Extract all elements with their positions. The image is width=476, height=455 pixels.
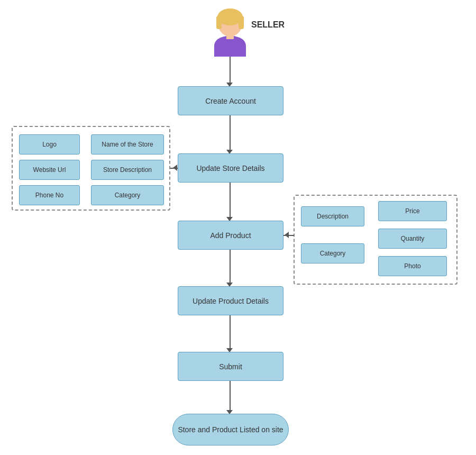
quantity-box: Quantity [378,229,447,249]
arrow-store-details [173,165,177,171]
connector-store-product [230,183,231,219]
update-product-label: Update Product Details [193,297,269,305]
store-description-label: Store Description [103,166,152,174]
add-product-box: Add Product [178,221,283,250]
connector-product-update [230,250,231,284]
price-box: Price [378,201,447,221]
update-product-box: Update Product Details [178,286,283,315]
submit-box: Submit [178,352,283,381]
price-label: Price [405,207,419,215]
store-name-box: Name of the Store [91,134,164,154]
create-account-box: Create Account [178,86,283,115]
logo-box: Logo [19,134,80,154]
website-url-label: Website Url [33,166,66,174]
add-product-label: Add Product [210,231,251,240]
photo-label: Photo [404,262,420,270]
arrow-product-details [285,232,289,238]
website-url-box: Website Url [19,160,80,180]
description-label: Description [317,213,349,220]
update-store-box: Update Store Details [178,153,283,183]
flowchart: SELLER Create Account Update Store Detai… [0,0,476,455]
seller-label: SELLER [251,20,285,30]
description-box: Description [301,206,364,226]
submit-label: Submit [219,362,242,371]
connector-submit-final [230,381,231,412]
store-description-box: Store Description [91,160,164,180]
create-account-label: Create Account [205,97,256,105]
logo-label: Logo [42,141,57,148]
svg-rect-5 [226,34,234,39]
photo-box: Photo [378,256,447,276]
final-label: Store and Product Listed on site [178,425,283,434]
final-box: Store and Product Listed on site [172,414,289,445]
category-store-label: Category [115,192,141,199]
phone-no-label: Phone No [35,192,63,199]
seller-avatar [206,6,249,54]
category-product-box: Category [301,243,364,263]
svg-rect-3 [216,16,222,29]
connector-seller-create [230,57,231,84]
svg-rect-4 [239,16,244,29]
category-store-box: Category [91,185,164,205]
quantity-label: Quantity [401,235,425,242]
store-details-container: Logo Name of the Store Website Url Store… [12,126,170,211]
store-name-label: Name of the Store [102,141,153,148]
category-product-label: Category [320,250,346,257]
phone-no-box: Phone No [19,185,80,205]
connector-create-store [230,115,231,151]
update-store-label: Update Store Details [196,164,264,172]
connector-update-submit [230,315,231,350]
product-details-container: Description Category Price Quantity Phot… [294,195,457,285]
